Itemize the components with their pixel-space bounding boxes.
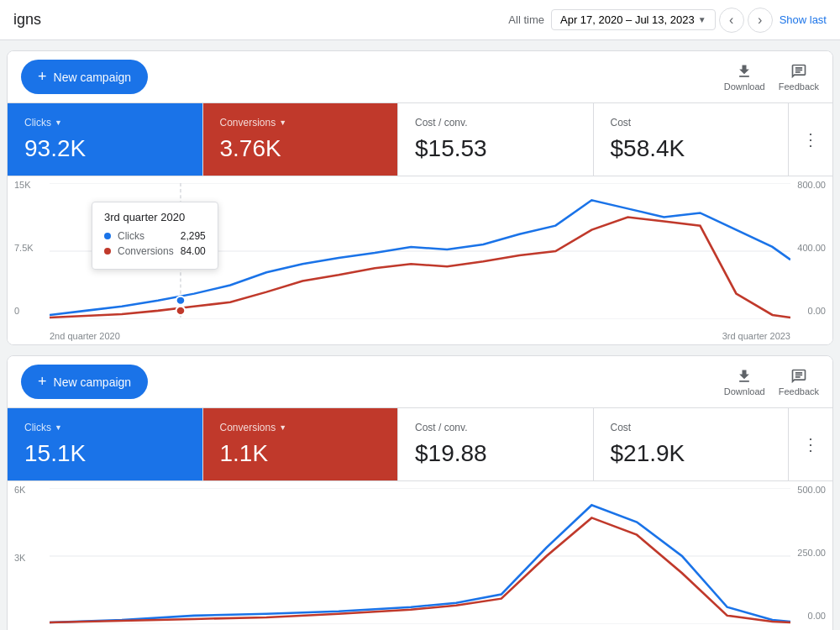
download-label-2: Download (724, 386, 765, 396)
chart-y-axis-left-2: 6K 3K (14, 481, 25, 624)
next-period-button[interactable]: › (748, 8, 773, 33)
metric-cost-2: Cost $21.9K (594, 408, 790, 480)
metric-value-costconv-2: $19.88 (415, 440, 576, 467)
metric-label-clicks-2: Clicks ▼ (24, 422, 186, 433)
metric-value-clicks-1: 93.2K (24, 135, 186, 162)
prev-period-button[interactable]: ‹ (719, 8, 744, 33)
metric-value-conversions-2: 1.1K (220, 440, 381, 467)
metric-costconv-2: Cost / conv. $19.88 (398, 408, 594, 480)
download-button-2[interactable]: Download (724, 368, 765, 396)
metric-cost-1: Cost $58.4K (594, 103, 790, 176)
toolbar-actions-2: Download Feedback (724, 368, 819, 396)
section-1: + New campaign Download Feedback Clicks … (7, 50, 833, 345)
chart-y-axis-left-1: 15K 7.5K 0 (14, 176, 34, 319)
y-left-mid-1: 7.5K (14, 243, 34, 253)
feedback-label-2: Feedback (779, 386, 819, 396)
date-range-value: Apr 17, 2020 – Jul 13, 2023 (560, 13, 695, 26)
page-title: igns (13, 11, 41, 29)
chart-x-labels-1: 2nd quarter 2020 3rd quarter 2023 (50, 331, 790, 341)
more-options-button-1[interactable]: ⋮ (789, 103, 832, 176)
y-right-mid-1: 400.00 (797, 243, 826, 253)
chart-area-2: 6K 3K 500.00 250.00 0.00 (8, 481, 832, 630)
dropdown-arrow-conversions-2[interactable]: ▼ (279, 423, 286, 432)
plus-icon: + (38, 68, 47, 86)
svg-point-4 (176, 297, 186, 305)
metric-costconv-1: Cost / conv. $15.53 (398, 103, 594, 176)
y-left-bot-1: 0 (14, 306, 34, 316)
section-2: + New campaign Download Feedback Clicks … (7, 355, 833, 630)
new-campaign-button-1[interactable]: + New campaign (21, 60, 148, 94)
metric-label-conversions-1: Conversions ▼ (220, 117, 381, 129)
metric-label-clicks-1: Clicks ▼ (24, 117, 186, 129)
y-right-top-1: 800.00 (797, 180, 826, 190)
chart-y-axis-right-1: 800.00 400.00 0.00 (797, 176, 826, 319)
metric-clicks-2: Clicks ▼ 15.1K (8, 408, 203, 480)
chart-area-1: 15K 7.5K 0 800.00 400.00 0.00 (8, 176, 832, 344)
new-campaign-label-2: New campaign (54, 375, 132, 389)
chart-y-axis-right-2: 500.00 250.00 0.00 (797, 481, 826, 624)
section-1-toolbar: + New campaign Download Feedback (8, 51, 832, 103)
metric-label-conversions-2: Conversions ▼ (220, 422, 381, 433)
y-right-bot-2: 0.00 (797, 611, 826, 621)
tooltip-name-conversions: Conversions (118, 245, 174, 257)
metric-label-cost-1: Cost (611, 117, 772, 129)
y-right-bot-1: 0.00 (797, 306, 826, 316)
tooltip-title-1: 3rd quarter 2020 (104, 211, 206, 223)
metric-value-clicks-2: 15.1K (24, 440, 186, 467)
feedback-icon-1 (790, 63, 807, 80)
show-last-link[interactable]: Show last (780, 13, 827, 26)
metric-label-costconv-2: Cost / conv. (415, 422, 576, 433)
download-button-1[interactable]: Download (724, 63, 765, 92)
feedback-button-1[interactable]: Feedback (779, 63, 819, 92)
top-bar: igns All time Apr 17, 2020 – Jul 13, 202… (0, 0, 840, 40)
dropdown-arrow-clicks-2[interactable]: ▼ (55, 423, 62, 432)
metric-label-cost-2: Cost (611, 422, 772, 433)
y-left-top-2: 6K (14, 485, 25, 495)
plus-icon-2: + (38, 373, 47, 391)
metric-conversions-2: Conversions ▼ 1.1K (203, 408, 399, 480)
metric-value-costconv-1: $15.53 (415, 135, 576, 162)
metrics-row-2: Clicks ▼ 15.1K Conversions ▼ 1.1K Cost /… (8, 408, 832, 481)
metric-value-cost-1: $58.4K (611, 135, 772, 162)
x-label-left-1: 2nd quarter 2020 (50, 331, 120, 341)
date-range-container: All time Apr 17, 2020 – Jul 13, 2023 ▼ ‹… (508, 8, 772, 33)
y-right-mid-2: 250.00 (797, 548, 826, 558)
tooltip-value-clicks: 2,295 (181, 230, 206, 242)
metric-clicks-1: Clicks ▼ 93.2K (8, 103, 203, 176)
y-right-top-2: 500.00 (797, 485, 826, 495)
dropdown-arrow-conversions-1[interactable]: ▼ (279, 118, 286, 127)
y-left-top-1: 15K (14, 180, 34, 190)
new-campaign-label-1: New campaign (54, 71, 132, 84)
toolbar-actions-1: Download Feedback (724, 63, 819, 92)
chart-tooltip-1: 3rd quarter 2020 Clicks 2,295 Conversion… (92, 202, 218, 270)
metric-value-conversions-1: 3.76K (220, 135, 381, 162)
feedback-icon-2 (790, 368, 807, 385)
download-icon-1 (736, 63, 753, 80)
tooltip-row-clicks: Clicks 2,295 (104, 230, 206, 242)
download-icon-2 (736, 368, 753, 385)
dropdown-arrow-clicks-1[interactable]: ▼ (55, 118, 62, 127)
chart-svg-2 (50, 488, 790, 624)
date-range-button[interactable]: Apr 17, 2020 – Jul 13, 2023 ▼ (551, 9, 716, 30)
tooltip-name-clicks: Clicks (118, 230, 174, 242)
feedback-button-2[interactable]: Feedback (779, 368, 819, 396)
tooltip-value-conversions: 84.00 (181, 245, 206, 257)
more-options-button-2[interactable]: ⋮ (789, 408, 832, 480)
metric-label-costconv-1: Cost / conv. (415, 117, 576, 129)
metric-conversions-1: Conversions ▼ 3.76K (203, 103, 399, 176)
download-label-1: Download (724, 81, 765, 92)
top-bar-right: All time Apr 17, 2020 – Jul 13, 2023 ▼ ‹… (508, 8, 827, 33)
date-label: All time (508, 13, 544, 26)
metric-value-cost-2: $21.9K (611, 440, 772, 467)
svg-point-5 (176, 307, 186, 315)
tooltip-row-conversions: Conversions 84.00 (104, 245, 206, 257)
metrics-row-1: Clicks ▼ 93.2K Conversions ▼ 3.76K Cost … (8, 103, 832, 176)
section-2-toolbar: + New campaign Download Feedback (8, 356, 832, 408)
tooltip-dot-conversions (104, 248, 111, 255)
x-label-right-1: 3rd quarter 2023 (722, 331, 790, 341)
new-campaign-button-2[interactable]: + New campaign (21, 365, 148, 399)
feedback-label-1: Feedback (779, 81, 819, 92)
tooltip-dot-clicks (104, 233, 111, 239)
chevron-down-icon: ▼ (698, 15, 706, 24)
y-left-mid-2: 3K (14, 553, 25, 563)
